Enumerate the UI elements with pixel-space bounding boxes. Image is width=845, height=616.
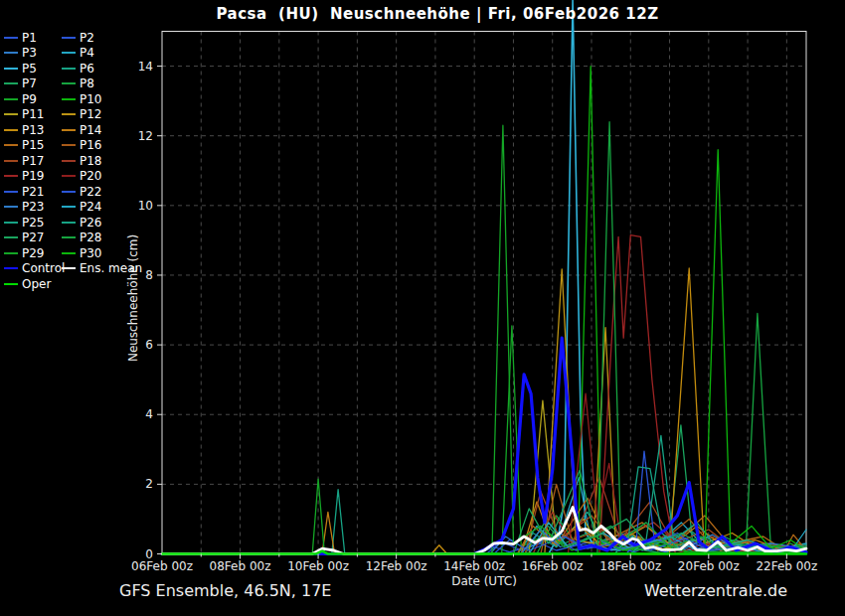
legend-swatch (4, 267, 18, 269)
legend-item-p3: P3 (4, 46, 65, 62)
legend-swatch (4, 113, 18, 115)
legend-label: P17 (22, 154, 45, 168)
x-axis-label: Date (UTC) (451, 574, 517, 588)
legend-item-p1: P1 (4, 30, 65, 46)
legend-item-ens-mean: Ens. mean (62, 261, 142, 277)
legend-label: P24 (80, 200, 102, 214)
legend-label: P8 (80, 77, 94, 90)
legend-column-2: P2P4P6P8P10P12P14P16P18P20P22P24P26P28P3… (62, 30, 142, 276)
legend-swatch (62, 206, 76, 208)
legend-swatch (62, 160, 76, 162)
legend-swatch (4, 52, 18, 54)
legend-item-p24: P24 (62, 200, 142, 216)
legend-swatch (62, 113, 76, 115)
legend-label: P6 (80, 62, 94, 76)
legend-label: P11 (22, 107, 45, 121)
x-tick-label: 14Feb 00z (443, 559, 505, 573)
legend-item-p13: P13 (4, 122, 65, 138)
legend-swatch (4, 37, 18, 39)
legend-label: Control (22, 261, 65, 275)
legend-item-p17: P17 (4, 153, 65, 169)
legend-label: P16 (80, 138, 102, 152)
legend-item-p29: P29 (4, 245, 65, 261)
legend-item-p5: P5 (4, 61, 65, 77)
legend-swatch (62, 144, 76, 146)
legend-item-p16: P16 (62, 138, 142, 154)
legend-label: P2 (80, 31, 94, 45)
legend-item-p8: P8 (62, 77, 142, 92)
legend-label: P5 (22, 62, 37, 76)
legend-swatch (4, 191, 18, 193)
legend-swatch (4, 236, 18, 238)
legend-label: P30 (80, 246, 102, 260)
legend-swatch (62, 37, 76, 39)
legend-item-p15: P15 (4, 138, 65, 154)
legend-label: P29 (22, 246, 45, 260)
legend-label: P4 (80, 46, 94, 60)
legend-label: P15 (22, 138, 45, 152)
legend-item-p22: P22 (62, 184, 142, 200)
x-tick-label: 12Feb 00z (366, 559, 427, 573)
legend-item-p20: P20 (62, 169, 142, 185)
legend-item-p12: P12 (62, 107, 142, 123)
legend-swatch (4, 175, 18, 177)
legend-swatch (62, 252, 76, 254)
legend-item-p18: P18 (62, 153, 142, 169)
legend-item-oper: Oper (4, 276, 65, 292)
legend-swatch (62, 222, 76, 224)
legend-item-p14: P14 (62, 122, 142, 138)
legend-swatch (62, 68, 76, 70)
legend-item-control: Control (4, 261, 65, 277)
legend-swatch (4, 144, 18, 146)
legend-swatch (4, 129, 18, 131)
legend-item-p11: P11 (4, 107, 65, 123)
x-tick-label: 08Feb 00z (210, 559, 271, 573)
legend-item-p2: P2 (62, 30, 142, 46)
y-tick-label: 4 (145, 407, 153, 421)
legend-label: P18 (80, 154, 102, 168)
y-tick-label: 0 (145, 547, 153, 561)
legend-item-p21: P21 (4, 184, 65, 200)
legend-label: P27 (22, 231, 45, 244)
legend-swatch (62, 191, 76, 193)
legend-label: P10 (80, 92, 102, 106)
series-p9 (162, 326, 806, 554)
legend-label: Ens. mean (80, 261, 142, 275)
y-tick-label: 6 (145, 338, 153, 352)
x-tick-label: 20Feb 00z (678, 559, 740, 573)
legend-label: P23 (22, 200, 45, 214)
legend-label: Oper (22, 277, 51, 291)
legend-label: P13 (22, 123, 45, 137)
legend-swatch (62, 82, 76, 84)
legend-label: P14 (80, 123, 102, 137)
legend-item-p30: P30 (62, 245, 142, 261)
series-p16 (162, 484, 806, 553)
legend-label: P26 (80, 216, 102, 230)
legend-swatch (4, 222, 18, 224)
legend-label: P22 (80, 185, 102, 199)
series-p29 (162, 125, 806, 553)
y-tick-label: 8 (145, 268, 153, 282)
legend-swatch (62, 52, 76, 54)
series-p30 (162, 150, 806, 554)
x-tick-label: 06Feb 00z (131, 559, 193, 573)
x-tick-label: 10Feb 00z (287, 559, 349, 573)
legend-swatch (4, 252, 18, 254)
legend-item-p10: P10 (62, 91, 142, 107)
y-tick-label: 2 (145, 477, 153, 491)
legend-label: P25 (22, 216, 45, 230)
legend-label: P20 (80, 169, 102, 183)
legend-swatch (4, 160, 18, 162)
legend-label: P9 (22, 92, 37, 106)
series-p7 (162, 425, 806, 554)
legend-item-p9: P9 (4, 91, 65, 107)
legend-swatch (4, 283, 18, 285)
x-tick-label: 22Feb 00z (756, 559, 817, 573)
series-p28 (162, 122, 806, 554)
legend-label: P21 (22, 185, 45, 199)
legend-label: P1 (22, 31, 37, 45)
legend-swatch (62, 98, 76, 100)
legend-label: P3 (22, 46, 37, 60)
legend-swatch (4, 82, 18, 84)
legend-item-p27: P27 (4, 231, 65, 246)
